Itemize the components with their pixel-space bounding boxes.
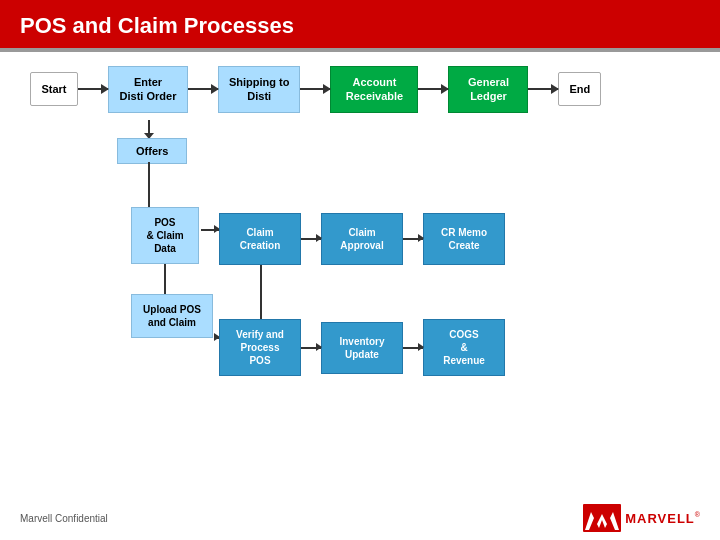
claim-creation-box: Claim Creation [219,213,301,265]
marvell-logo-icon [583,504,621,532]
claim-approval-box: Claim Approval [321,213,403,265]
shipping-box: Shipping to Disti [218,66,300,113]
pos-claim-box: POS & Claim Data [131,207,199,264]
arrow-row2-2 [403,347,423,349]
grid-row1: Claim Creation Claim Approval CR Memo Cr… [219,213,505,265]
marvell-logo-text: MARVELL® [625,509,700,527]
left-column: POS & Claim Data Upload POS and Claim [18,207,213,338]
end-box: End [558,72,601,106]
upload-box: Upload POS and Claim [131,294,213,338]
arrow-gl-to-end [528,88,558,90]
arrow-row1-1 [301,238,321,240]
top-flow: Start Enter Disti Order Shipping to Dist… [30,66,700,113]
confidential-label: Marvell Confidential [20,513,108,524]
row1-row2-vertical [260,265,262,319]
pos-to-upload-line [164,264,166,294]
content-area: Start Enter Disti Order Shipping to Dist… [0,52,720,540]
arrow-shipping-to-ar [300,88,330,90]
verify-pos-box: Verify and Process POS [219,319,301,376]
cogs-revenue-box: COGS & Revenue [423,319,505,376]
arrow-start-to-enter [78,88,108,90]
enter-disti-box: Enter Disti Order [108,66,188,113]
pos-to-row1-arrow [201,229,219,231]
ar-box: Account Receivable [330,66,418,113]
grid-row2: Verify and Process POS Inventory Update … [219,319,505,376]
arrow-ar-to-gl [418,88,448,90]
gl-box: General Ledger [448,66,528,113]
inventory-update-box: Inventory Update [321,322,403,374]
header: POS and Claim Processes [0,0,720,52]
arrow-disti-down [148,120,150,138]
arrow-enter-to-shipping [188,88,218,90]
page-title: POS and Claim Processes [20,13,294,39]
marvell-logo: MARVELL® [583,504,700,532]
arrow-row2-1 [301,347,321,349]
offers-box: Offers [117,138,187,164]
start-box: Start [30,72,78,106]
cr-memo-box: CR Memo Create [423,213,505,265]
arrow-row1-2 [403,238,423,240]
footer: Marvell Confidential MARVELL® [20,504,700,532]
offers-section: Offers [117,138,187,164]
